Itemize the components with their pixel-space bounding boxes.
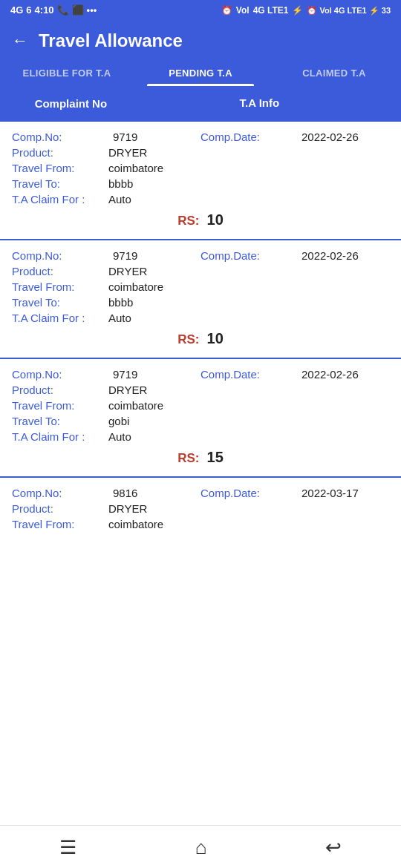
product-value-4: DRYER — [108, 502, 147, 515]
product-label-4: Product: — [12, 502, 108, 515]
status-bar: 4G 6 4:10 📞 ⬛ ••• ⏰ Vol 4G LTE1 ⚡ ⏰ Vol … — [0, 0, 401, 20]
home-button[interactable]: ⌂ — [195, 836, 207, 859]
comp-no-value-3: 9719 — [113, 368, 137, 381]
product-value-1: DRYER — [108, 146, 147, 159]
ta-claim-label-2: T.A Claim For : — [12, 312, 108, 324]
signal-icon: 4G — [10, 4, 23, 16]
ta-card-4: Comp.No: 9816 Comp.Date: 2022-03-17 Prod… — [0, 478, 401, 544]
comp-no-value-4: 9816 — [113, 487, 137, 499]
ta-claim-value-1: Auto — [108, 193, 131, 206]
tab-claimed-ta[interactable]: CLAIMED T.A — [267, 59, 401, 86]
comp-no-date-row-2: Comp.No: 9719 Comp.Date: 2022-02-26 — [12, 249, 389, 262]
comp-date-label-1: Comp.Date: — [200, 131, 297, 143]
call-icon: 📞 — [57, 4, 69, 16]
ta-card-2: Comp.No: 9719 Comp.Date: 2022-02-26 Prod… — [0, 240, 401, 359]
travel-from-label-1: Travel From: — [12, 162, 108, 174]
col-header-ta-info: T.A Info — [130, 96, 389, 111]
rs-label-3: RS: — [177, 451, 199, 466]
battery-display: ⏰ Vol 4G LTE1 ⚡ 33 — [307, 5, 391, 16]
product-value-3: DRYER — [108, 384, 147, 396]
header: ← Travel Allowance — [0, 20, 401, 59]
travel-to-label-2: Travel To: — [12, 296, 108, 309]
tab-pending-ta[interactable]: PENDING T.A — [134, 59, 267, 86]
back-nav-button[interactable]: ↩ — [325, 836, 342, 859]
back-button[interactable]: ← — [12, 31, 28, 50]
page-title: Travel Allowance — [39, 30, 183, 51]
comp-no-date-row-3: Comp.No: 9719 Comp.Date: 2022-02-26 — [12, 368, 389, 381]
more-icon: ••• — [87, 4, 97, 16]
lte-icon: 4G LTE1 — [253, 5, 289, 16]
ta-claim-row-3: T.A Claim For : Auto — [12, 430, 389, 443]
time-display: 4:10 — [35, 4, 54, 16]
ta-claim-row-2: T.A Claim For : Auto — [12, 312, 389, 324]
rs-amount-3: 15 — [207, 449, 224, 466]
comp-date-label-4: Comp.Date: — [200, 487, 297, 499]
comp-date-label-2: Comp.Date: — [200, 249, 297, 262]
alarm-icon: ⏰ — [221, 5, 232, 16]
comp-date-value-1: 2022-02-26 — [301, 131, 359, 143]
menu-button[interactable]: ☰ — [59, 836, 76, 859]
status-right: ⏰ Vol 4G LTE1 ⚡ ⏰ Vol 4G LTE1 ⚡ 33 — [221, 5, 391, 16]
comp-no-label-3: Comp.No: — [12, 368, 108, 381]
charging-icon: ⚡ — [292, 5, 303, 16]
comp-no-date-row-1: Comp.No: 9719 Comp.Date: 2022-02-26 — [12, 131, 389, 143]
extra-icon: ⬛ — [72, 4, 84, 16]
product-label-2: Product: — [12, 265, 108, 277]
rs-row-3: RS: 15 — [12, 449, 389, 466]
comp-no-label-4: Comp.No: — [12, 487, 108, 499]
travel-from-row-3: Travel From: coimbatore — [12, 399, 389, 412]
cards-list: Comp.No: 9719 Comp.Date: 2022-02-26 Prod… — [0, 122, 401, 544]
travel-to-row-2: Travel To: bbbb — [12, 296, 389, 309]
travel-to-value-3: gobi — [108, 415, 129, 427]
bottom-navigation: ☰ ⌂ ↩ — [0, 825, 401, 868]
comp-date-value-2: 2022-02-26 — [301, 249, 359, 262]
travel-to-label-3: Travel To: — [12, 415, 108, 427]
travel-from-label-2: Travel From: — [12, 280, 108, 293]
travel-from-label-3: Travel From: — [12, 399, 108, 412]
table-header: Complaint No T.A Info — [0, 86, 401, 122]
travel-to-row-1: Travel To: bbbb — [12, 177, 389, 190]
travel-from-value-2: coimbatore — [108, 280, 163, 293]
travel-to-label-1: Travel To: — [12, 177, 108, 190]
comp-no-label-2: Comp.No: — [12, 249, 108, 262]
ta-claim-row-1: T.A Claim For : Auto — [12, 193, 389, 206]
ta-claim-label-1: T.A Claim For : — [12, 193, 108, 206]
product-row-1: Product: DRYER — [12, 146, 389, 159]
comp-date-value-4: 2022-03-17 — [301, 487, 359, 499]
comp-no-date-row-4: Comp.No: 9816 Comp.Date: 2022-03-17 — [12, 487, 389, 499]
product-value-2: DRYER — [108, 265, 147, 277]
comp-date-label-3: Comp.Date: — [200, 368, 297, 381]
product-row-4: Product: DRYER — [12, 502, 389, 515]
tab-bar: ELIGIBLE FOR T.A PENDING T.A CLAIMED T.A — [0, 59, 401, 86]
travel-from-value-1: coimbatore — [108, 162, 163, 174]
travel-from-value-3: coimbatore — [108, 399, 163, 412]
ta-card-3: Comp.No: 9719 Comp.Date: 2022-02-26 Prod… — [0, 359, 401, 478]
travel-to-row-3: Travel To: gobi — [12, 415, 389, 427]
comp-no-value-1: 9719 — [113, 131, 137, 143]
product-row-2: Product: DRYER — [12, 265, 389, 277]
tab-eligible-for-ta[interactable]: ELIGIBLE FOR T.A — [0, 59, 134, 86]
comp-date-value-3: 2022-02-26 — [301, 368, 359, 381]
comp-no-label-1: Comp.No: — [12, 131, 108, 143]
vol-icon: Vol — [236, 5, 250, 16]
rs-amount-1: 10 — [207, 211, 224, 228]
ta-claim-value-3: Auto — [108, 430, 131, 443]
rs-label-1: RS: — [177, 214, 199, 228]
comp-no-value-2: 9719 — [113, 249, 137, 262]
travel-from-row-4: Travel From: coimbatore — [12, 518, 389, 530]
ta-claim-label-3: T.A Claim For : — [12, 430, 108, 443]
rs-row-1: RS: 10 — [12, 211, 389, 228]
rs-amount-2: 10 — [207, 330, 224, 347]
travel-to-value-1: bbbb — [108, 177, 133, 190]
status-left: 4G 6 4:10 📞 ⬛ ••• — [10, 4, 97, 16]
rs-row-2: RS: 10 — [12, 330, 389, 347]
product-label-1: Product: — [12, 146, 108, 159]
ta-claim-value-2: Auto — [108, 312, 131, 324]
col-header-complaint: Complaint No — [12, 96, 130, 111]
travel-from-row-2: Travel From: coimbatore — [12, 280, 389, 293]
ta-card-1: Comp.No: 9719 Comp.Date: 2022-02-26 Prod… — [0, 122, 401, 240]
travel-from-label-4: Travel From: — [12, 518, 108, 530]
rs-label-2: RS: — [177, 332, 199, 347]
travel-from-row-1: Travel From: coimbatore — [12, 162, 389, 174]
signal-icon-2: 6 — [26, 4, 31, 16]
